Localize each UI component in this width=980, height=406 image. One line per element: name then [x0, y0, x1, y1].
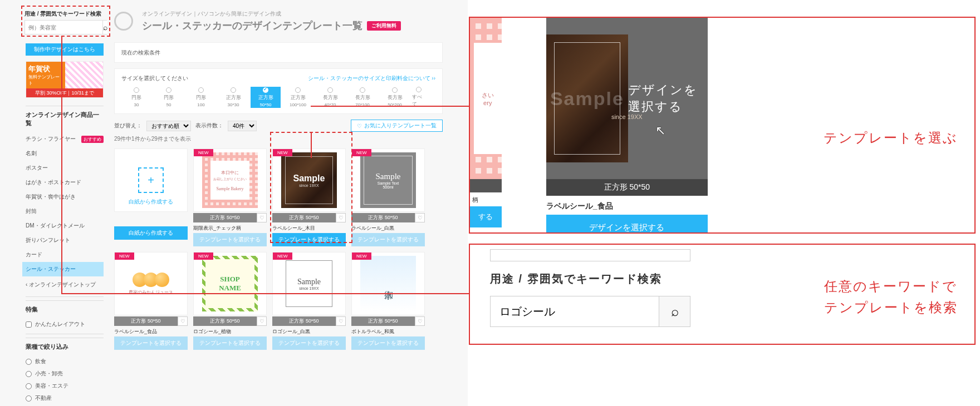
industry-radio-item[interactable]: 美容・エステ: [26, 380, 104, 392]
search-icon: ⌕: [671, 304, 679, 319]
favorite-toggle[interactable]: ♡: [178, 316, 188, 326]
size-option[interactable]: 円形50: [154, 87, 184, 108]
template-thumb[interactable]: NEW御水: [351, 252, 425, 315]
favorite-toggle[interactable]: ♡: [257, 316, 267, 326]
industry-radio[interactable]: [26, 359, 32, 365]
in-progress-designs-button[interactable]: 制作中デザインはこちら: [26, 43, 104, 56]
select-template-button[interactable]: テンプレートを選択する: [114, 336, 188, 350]
blank-thumb[interactable]: +白紙から作成する: [114, 148, 188, 212]
callout2-search-button[interactable]: ⌕: [659, 296, 690, 326]
industry-radio-item[interactable]: 飲食: [26, 355, 104, 368]
template-thumb[interactable]: NEW本日中にお召し上がりくださいSample Bakery: [193, 148, 267, 212]
feature-checkbox[interactable]: [26, 321, 32, 328]
callout1-left-select-button[interactable]: する: [470, 206, 502, 227]
favorite-toggle[interactable]: ♡: [336, 316, 346, 326]
size-option[interactable]: 正方形30*30: [218, 87, 248, 108]
callout1-thumb-hover[interactable]: Sample デザインを選択する since 19XX ↖: [546, 18, 708, 179]
new-badge: NEW: [352, 149, 371, 156]
template-thumb[interactable]: NEW農家のみかんジュース: [114, 252, 188, 315]
industry-radio-item[interactable]: 小売・卸売: [26, 368, 104, 380]
industry-radio[interactable]: [26, 395, 32, 402]
sidebar-item[interactable]: 年賀状・喪中はがき: [26, 190, 104, 204]
new-badge: NEW: [273, 149, 292, 156]
sidebar-item[interactable]: ポスター: [26, 161, 104, 175]
industry-radio[interactable]: [26, 383, 32, 389]
promo-bottom-text: 早割 30%OFF｜10/31まで: [26, 88, 103, 97]
favorite-toggle[interactable]: ♡: [415, 316, 425, 326]
radio-icon: [360, 87, 365, 93]
sidebar-item[interactable]: DM・ダイレクトメール: [26, 219, 104, 233]
favorites-button[interactable]: お気に入りテンプレート一覧: [351, 120, 443, 132]
results-toolbar: 並び替え： おすすめ順 表示件数： 40件 お気に入りテンプレート一覧: [114, 120, 443, 132]
keyword-search-label: 用途 / 雰囲気でキーワード検索: [24, 10, 107, 18]
sidebar-item[interactable]: はがき・ポストカード: [26, 175, 104, 190]
sidebar-item[interactable]: 折りパンフレット: [26, 233, 104, 247]
template-name: ラベルシール_木目: [272, 222, 346, 233]
sidebar-industry-title: 業種で絞り込み: [26, 338, 104, 355]
select-template-button[interactable]: テンプレートを選択する: [193, 233, 267, 246]
size-option[interactable]: 正方形100*100: [283, 87, 313, 108]
sidebar-item[interactable]: チラシ・フライヤーおすすめ: [26, 132, 104, 146]
callout-keyword-search: 用途 / 雰囲気でキーワード検索 ⌕ 任意のキーワードで テンプレートを検索: [469, 244, 976, 345]
callout-template-select: さいery 柄 する Sample デザインを選択する since 19XX ↖…: [469, 17, 976, 234]
template-thumb[interactable]: NEWSamplesince 19XX: [272, 148, 346, 212]
size-option-all[interactable]: すべて: [412, 87, 425, 108]
template-thumb[interactable]: NEWSampleSample Text500ml: [351, 148, 425, 212]
sort-label: 並び替え：: [114, 122, 142, 130]
callout1-size-bar: 正方形 50*50: [546, 179, 708, 196]
size-option[interactable]: 円形30: [121, 87, 151, 108]
keyword-search-input[interactable]: [25, 21, 102, 34]
callout1-template-name: ラベルシール_食品: [546, 196, 709, 215]
callout1-select-button[interactable]: デザインを選択する: [546, 215, 708, 234]
select-template-button[interactable]: テンプレートを選択する: [351, 336, 425, 350]
feature-checkbox-item[interactable]: かんたんレイアウト: [26, 318, 104, 330]
radio-icon: [327, 87, 333, 93]
sidebar-item[interactable]: カード: [26, 247, 104, 262]
template-size: 正方形 50*50: [272, 316, 336, 326]
count-select[interactable]: 40件: [228, 121, 257, 131]
sidebar-item[interactable]: シール・ステッカー: [22, 262, 104, 276]
template-size: 正方形 50*50: [193, 316, 257, 326]
template-card: NEW御水正方形 50*50♡ボトルラベル_和風テンプレートを選択する: [351, 252, 425, 350]
size-option[interactable]: 長方形50*200: [380, 87, 410, 108]
favorite-toggle[interactable]: ♡: [257, 213, 267, 222]
callout1-hover-overlay-text: デザインを選択する: [628, 82, 708, 115]
blank-create-button[interactable]: 白紙から作成する: [114, 226, 188, 240]
new-badge: NEW: [115, 252, 134, 260]
industry-radio-item[interactable]: 不動産: [26, 392, 104, 404]
template-thumb[interactable]: NEWSamplesince 19XX: [272, 252, 346, 315]
industry-radio[interactable]: [26, 371, 32, 377]
app-screenshot: 用途 / 雰囲気でキーワード検索 ⌕ 制作中デザインはこちら 年賀状無料テンプレ…: [0, 0, 468, 406]
new-badge: NEW: [194, 252, 213, 260]
template-name: ロゴシール_白黒: [272, 326, 346, 336]
favorite-toggle[interactable]: ♡: [415, 213, 425, 222]
favorite-toggle[interactable]: ♡: [336, 213, 346, 222]
template-card: NEW農家のみかんジュース正方形 50*50♡ラベルシール_食品テンプレートを選…: [114, 252, 188, 350]
select-template-button[interactable]: テンプレートを選択する: [351, 233, 425, 246]
select-template-button[interactable]: テンプレートを選択する: [272, 336, 346, 350]
callout1-main-card: Sample デザインを選択する since 19XX ↖ 正方形 50*50 …: [546, 18, 709, 232]
keyword-search-button[interactable]: ⌕: [102, 21, 107, 34]
size-option[interactable]: 正方形50*50: [251, 87, 281, 108]
sidebar-item[interactable]: 封筒: [26, 204, 104, 219]
template-thumb[interactable]: NEWSHOPNAME: [193, 252, 267, 315]
promo-banner[interactable]: 年賀状無料テンプレート 早割 30%OFF｜10/31まで: [26, 61, 104, 98]
sort-select[interactable]: おすすめ順: [146, 121, 191, 131]
select-template-button[interactable]: テンプレートを選択する: [272, 233, 346, 246]
select-template-button[interactable]: テンプレートを選択する: [193, 336, 267, 350]
size-pricing-link[interactable]: シール・ステッカーのサイズと印刷料金について: [308, 75, 435, 82]
page-title: シール・ステッカーのデザインテンプレート一覧: [142, 19, 362, 32]
template-name: 期限表示_チェック柄: [193, 222, 267, 233]
size-option[interactable]: 長方形70*100: [347, 87, 378, 108]
sidebar-back-link[interactable]: オンラインデザイントップ: [26, 276, 104, 293]
size-option[interactable]: 円形100: [186, 87, 216, 108]
promo-image: [65, 62, 103, 88]
size-option[interactable]: 長方形40*70: [315, 87, 345, 108]
new-badge: NEW: [194, 149, 213, 156]
keyword-search-row: ⌕: [24, 20, 107, 34]
radio-icon: [392, 87, 398, 93]
callout2-search-input[interactable]: [491, 296, 659, 326]
template-size: 正方形 50*50: [114, 316, 178, 326]
sidebar-item[interactable]: 名刺: [26, 146, 104, 161]
result-count: 29件中1件から29件までを表示: [114, 135, 443, 143]
